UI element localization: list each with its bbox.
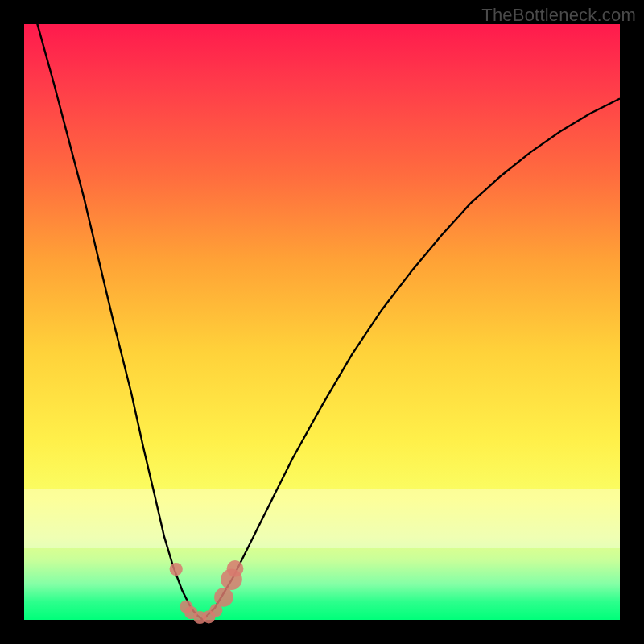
bottleneck-curve-right — [203, 99, 620, 621]
watermark-text: TheBottleneck.com — [481, 5, 636, 26]
curve-marker — [227, 560, 244, 577]
marker-group — [170, 560, 244, 624]
bottleneck-curve-left — [24, 0, 203, 620]
curve-marker — [214, 588, 233, 607]
curve-marker — [170, 563, 183, 576]
plot-area — [24, 24, 620, 620]
curve-layer — [24, 24, 620, 620]
